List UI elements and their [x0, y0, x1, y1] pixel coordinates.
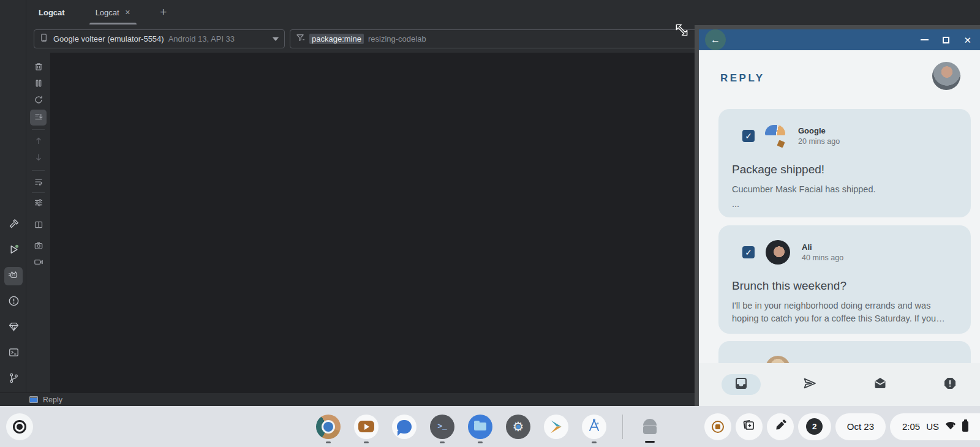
terminal-app-icon[interactable]: >_ [430, 415, 454, 439]
sender-time: 40 mins ago [802, 254, 843, 262]
android-body [643, 426, 657, 434]
nav-inbox-selected[interactable] [722, 374, 761, 395]
logcat-settings-button[interactable] [30, 196, 47, 212]
settings-app-icon[interactable]: ⚙ [506, 415, 530, 439]
date-button[interactable]: Oct 23 [835, 413, 886, 440]
alert-octagon-icon [943, 376, 957, 393]
scroll-to-end-button[interactable] [30, 110, 47, 126]
device-details: Android 13, API 33 [168, 34, 235, 43]
filter-funnel-icon [296, 33, 305, 45]
send-icon [802, 376, 817, 393]
clear-logcat-button[interactable] [30, 60, 47, 76]
email-card-ali[interactable]: ✓ Ali 40 mins ago Brunch this weekend? I… [718, 225, 971, 334]
terminal-tool-button[interactable] [4, 344, 23, 362]
run-tool-button[interactable] [4, 241, 23, 260]
screenshot-button[interactable] [30, 239, 47, 255]
nav-mail[interactable] [873, 376, 888, 393]
battery-icon [962, 421, 968, 432]
arrow-down-icon [34, 152, 43, 165]
build-tool-button[interactable] [4, 216, 23, 234]
sliders-icon [34, 198, 43, 210]
sender-block: Google 20 mins ago [798, 126, 840, 146]
maximize-button[interactable] [943, 37, 949, 43]
close-button[interactable]: ✕ [963, 36, 971, 45]
chevron-down-icon [273, 37, 279, 41]
minimize-button[interactable] [921, 39, 929, 40]
stylus-icon [773, 418, 788, 435]
git-branch-icon [8, 372, 20, 386]
screen-capture-button[interactable] [736, 413, 763, 440]
toolbar-separator [32, 129, 45, 130]
sender-time: 20 mins ago [798, 137, 840, 146]
record-icon [712, 421, 724, 433]
soft-wrap-icon [34, 177, 43, 189]
shelf-app-icons: >_ ⚙ [316, 406, 661, 447]
panel-title: Logcat [39, 8, 65, 17]
email-more-ellipsis: ... [732, 199, 957, 209]
screen-record-indicator-button[interactable] [704, 413, 731, 440]
soft-wrap-button[interactable] [30, 175, 47, 191]
android-studio-app-icon[interactable] [582, 415, 606, 439]
profile-avatar[interactable] [932, 62, 960, 90]
pause-logcat-button[interactable] [30, 77, 47, 92]
play-store-icon [549, 419, 564, 434]
restart-logcat-button[interactable] [30, 93, 47, 109]
close-tab-icon[interactable]: ✕ [125, 9, 130, 17]
stylus-tools-button[interactable] [767, 413, 794, 440]
app-quality-insights-tool-button[interactable] [4, 318, 23, 337]
next-occurrence-button[interactable] [30, 151, 47, 167]
reply-app-content: REPLY ✓ Google 20 mins ago [699, 50, 980, 406]
messages-app-icon[interactable] [392, 415, 417, 439]
video-camera-icon [34, 257, 43, 269]
split-panels-button[interactable] [30, 218, 47, 234]
device-selector-dropdown[interactable]: Google volteer (emulator-5554) Android 1… [34, 29, 285, 48]
back-button[interactable]: ← [705, 29, 726, 50]
email-card-google[interactable]: ✓ Google 20 mins ago Package shipped! Cu… [718, 109, 971, 217]
status-tray-button[interactable]: 2:05 US [890, 413, 980, 440]
add-tab-button[interactable]: + [156, 6, 171, 19]
youtube-app-icon[interactable] [354, 415, 379, 439]
system-tray: 2 Oct 23 2:05 US [704, 406, 980, 447]
chromium-ring [322, 420, 335, 434]
scroll-to-end-icon [34, 111, 43, 124]
open-mail-icon [873, 376, 888, 393]
running-window-label[interactable]: Reply [43, 396, 62, 404]
window-titlebar[interactable]: ← ✕ [699, 29, 980, 50]
android-emulator-icon[interactable] [639, 416, 661, 438]
email-checkbox[interactable]: ✓ [742, 130, 755, 142]
back-arrow-icon: ← [710, 34, 720, 45]
previous-occurrence-button[interactable] [30, 134, 47, 150]
screen-record-button[interactable] [30, 255, 47, 271]
logcat-tab[interactable]: Logcat ✕ [93, 0, 133, 24]
parachute-canopy [765, 125, 785, 135]
logcat-tool-button[interactable] [4, 267, 23, 285]
device-icon [40, 33, 49, 45]
terminal-icon [8, 347, 20, 361]
wifi-icon [945, 421, 956, 432]
notification-count-badge: 2 [806, 418, 823, 435]
chat-bubble-icon [397, 420, 412, 434]
chromium-app-icon[interactable] [316, 415, 341, 439]
nav-alert[interactable] [943, 376, 957, 393]
play-store-app-icon[interactable] [544, 415, 568, 439]
sender-name: Ali [802, 242, 843, 252]
nav-send[interactable] [802, 376, 817, 393]
sender-block: Ali 40 mins ago [802, 242, 843, 262]
tool-window-stripe [0, 0, 26, 393]
filter-key-chip[interactable]: package:mine [309, 34, 364, 44]
problems-tool-button[interactable] [4, 293, 23, 311]
system-shelf: >_ ⚙ [0, 406, 980, 447]
version-control-tool-button[interactable] [4, 370, 23, 388]
exclamation-circle-icon [8, 295, 20, 309]
prompt-icon: >_ [437, 422, 447, 431]
inbox-icon [734, 376, 748, 393]
notification-counter[interactable]: 2 [798, 413, 831, 440]
reply-app-window: ← ✕ REPLY ✓ [695, 25, 980, 406]
ali-avatar [766, 240, 790, 265]
screen: Logcat Logcat ✕ + Google volteer (emulat… [0, 0, 980, 447]
launcher-button[interactable] [6, 413, 33, 440]
email-checkbox[interactable]: ✓ [742, 246, 755, 258]
filter-query-text[interactable]: resizing-codelab [368, 34, 426, 43]
files-app-icon[interactable] [468, 415, 492, 439]
gear-center [516, 424, 521, 429]
